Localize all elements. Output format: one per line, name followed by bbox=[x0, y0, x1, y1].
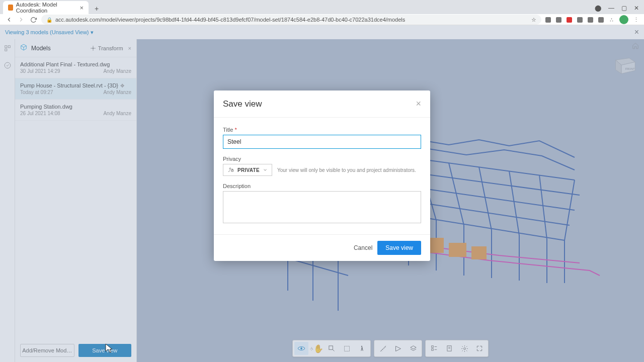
ext-icon[interactable] bbox=[556, 17, 561, 23]
browser-tab[interactable]: Autodesk: Model Coordination × bbox=[3, 1, 89, 14]
new-tab-button[interactable]: + bbox=[92, 5, 102, 13]
modal-close-icon[interactable]: × bbox=[416, 99, 421, 109]
ext-icon[interactable] bbox=[598, 17, 604, 23]
address-bar: 🔒 acc.autodesk.com/model/viewer/projects… bbox=[0, 14, 644, 25]
browser-chrome: Autodesk: Model Coordination × + ⬤ — ▢ ✕… bbox=[0, 0, 644, 25]
ext-icon[interactable] bbox=[545, 17, 551, 23]
privacy-hint: Your view will only be visible to you an… bbox=[277, 167, 416, 173]
title-label: Title * bbox=[223, 127, 421, 133]
privacy-label: Privacy bbox=[223, 156, 421, 162]
tab-bar: Autodesk: Model Coordination × + ⬤ — ▢ ✕ bbox=[0, 0, 644, 14]
modal-backdrop: Save view × Title * Privacy PRIVATE Your… bbox=[0, 25, 644, 362]
star-icon[interactable]: ☆ bbox=[531, 17, 536, 23]
record-icon[interactable]: ⬤ bbox=[595, 5, 601, 12]
profile-avatar[interactable] bbox=[619, 15, 628, 24]
description-input[interactable] bbox=[223, 191, 421, 223]
ext-icon[interactable] bbox=[577, 17, 583, 23]
kebab-icon[interactable]: ⋮ bbox=[633, 17, 639, 23]
save-view-modal: Save view × Title * Privacy PRIVATE Your… bbox=[214, 90, 430, 261]
url-input[interactable]: 🔒 acc.autodesk.com/model/viewer/projects… bbox=[41, 15, 541, 25]
favicon-icon bbox=[8, 5, 13, 11]
svg-point-47 bbox=[229, 168, 231, 169]
url-text: acc.autodesk.com/model/viewer/projects/9… bbox=[55, 17, 405, 23]
back-button[interactable] bbox=[5, 16, 13, 24]
privacy-select[interactable]: PRIVATE bbox=[223, 164, 272, 176]
cancel-button[interactable]: Cancel bbox=[354, 244, 372, 251]
window-close-icon[interactable]: ✕ bbox=[634, 5, 639, 12]
modal-title: Save view bbox=[223, 99, 262, 109]
save-button[interactable]: Save view bbox=[377, 241, 421, 255]
maximize-icon[interactable]: ▢ bbox=[621, 5, 627, 12]
minimize-icon[interactable]: — bbox=[608, 5, 614, 12]
person-lock-icon bbox=[227, 167, 234, 173]
title-input[interactable] bbox=[223, 135, 421, 149]
forward-button[interactable] bbox=[17, 16, 25, 24]
extension-icons: ⛬ ⋮ bbox=[545, 15, 639, 24]
ext-icon[interactable] bbox=[588, 17, 593, 23]
ext-icon[interactable] bbox=[567, 17, 572, 23]
puzzle-icon[interactable]: ⛬ bbox=[609, 17, 614, 23]
description-label: Description bbox=[223, 183, 421, 189]
app: Viewing 3 models (Unsaved View) ▾ × Mode… bbox=[0, 25, 644, 362]
chevron-down-icon bbox=[263, 167, 268, 172]
lock-icon: 🔒 bbox=[46, 17, 52, 23]
tab-title: Autodesk: Model Coordination bbox=[16, 2, 77, 14]
svg-rect-48 bbox=[231, 170, 233, 171]
reload-button[interactable] bbox=[29, 16, 37, 24]
tab-close-icon[interactable]: × bbox=[79, 4, 84, 12]
